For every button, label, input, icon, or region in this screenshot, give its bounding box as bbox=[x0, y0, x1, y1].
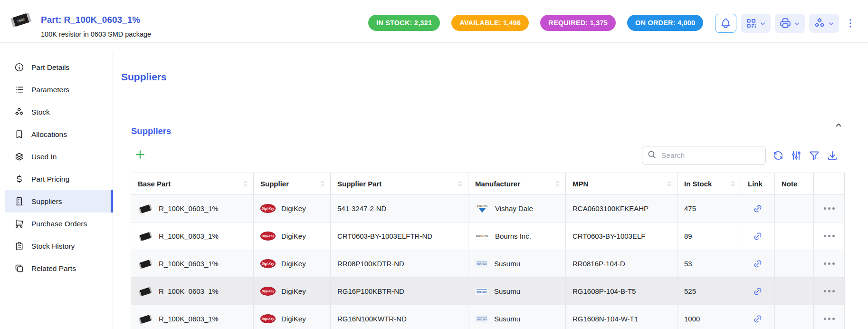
dots-vertical-icon bbox=[844, 17, 857, 29]
chevron-down-icon bbox=[759, 20, 766, 27]
required-badge: REQUIRED: 1,375 bbox=[540, 15, 616, 31]
shopping-cart-icon bbox=[14, 219, 24, 229]
row-actions-button[interactable] bbox=[824, 207, 835, 210]
supplier-part-row[interactable]: R_100K_0603_1%Digi-KeyDigiKeyRG16N100KWT… bbox=[131, 305, 845, 329]
sort-selector-icon[interactable] bbox=[729, 180, 737, 188]
sidebar-item-related-parts[interactable]: Related Parts bbox=[5, 257, 113, 280]
sidebar-item-label: Part Pricing bbox=[31, 175, 69, 184]
column-label: Manufacturer bbox=[475, 180, 520, 188]
manufacturer-name: Susumu bbox=[494, 287, 520, 295]
external-link-icon[interactable] bbox=[753, 259, 763, 269]
column-label: Note bbox=[782, 180, 797, 188]
suppliers-panel-title: Suppliers bbox=[131, 126, 171, 136]
manufacturer-name: Susumu bbox=[494, 315, 520, 323]
external-link-icon[interactable] bbox=[753, 232, 763, 241]
digikey-logo: Digi-Key bbox=[260, 287, 276, 296]
bourns-logo: BOURNS bbox=[475, 232, 489, 240]
sort-selector-icon[interactable] bbox=[456, 180, 464, 188]
sidebar-item-label: Allocations bbox=[31, 130, 67, 139]
sidebar-item-stock[interactable]: Stock bbox=[5, 101, 113, 123]
sidebar-item-used-in[interactable]: Used In bbox=[5, 145, 113, 168]
external-link-icon[interactable] bbox=[753, 314, 763, 324]
stock-cubes-icon bbox=[813, 17, 826, 29]
sort-selector-icon[interactable] bbox=[553, 180, 562, 188]
mpn-value: RG1608N-104-W-T1 bbox=[572, 315, 638, 323]
column-header-base-part[interactable]: Base Part bbox=[131, 173, 254, 195]
part-thumbnail bbox=[138, 229, 153, 243]
sidebar-item-label: Part Details bbox=[31, 63, 69, 72]
search-input[interactable] bbox=[660, 151, 751, 160]
print-actions-button[interactable] bbox=[775, 14, 805, 33]
stock-actions-button[interactable] bbox=[809, 14, 839, 33]
sidebar-item-stock-history[interactable]: Stock History bbox=[5, 235, 113, 257]
row-actions-button[interactable] bbox=[824, 262, 835, 265]
more-options-button[interactable] bbox=[843, 14, 858, 33]
barcode-actions-button[interactable] bbox=[741, 14, 771, 33]
in-stock-value: 53 bbox=[684, 260, 692, 268]
column-label: Base Part bbox=[138, 180, 171, 188]
info-circle-icon bbox=[14, 62, 24, 72]
sort-selector-icon[interactable] bbox=[665, 180, 673, 188]
column-header-supplier[interactable]: Supplier bbox=[254, 173, 331, 195]
part-thumbnail bbox=[138, 312, 153, 326]
column-header-supplier-part[interactable]: Supplier Part bbox=[331, 173, 468, 195]
sort-selector-icon bbox=[553, 180, 562, 188]
column-header-in-stock[interactable]: In Stock bbox=[677, 173, 741, 195]
column-header-link: Link bbox=[741, 173, 775, 195]
notifications-button[interactable] bbox=[715, 14, 736, 33]
mpn-value: CRT0603-BY-1003ELF bbox=[572, 232, 645, 240]
column-header-manufacturer[interactable]: Manufacturer bbox=[468, 173, 566, 195]
sidebar-item-parameters[interactable]: Parameters bbox=[5, 78, 113, 101]
collapse-panel-button[interactable] bbox=[834, 121, 843, 131]
supplier-part-row[interactable]: R_100K_0603_1%Digi-KeyDigiKeyRG16P100KBT… bbox=[131, 278, 845, 305]
on-order-badge: ON ORDER: 4,000 bbox=[627, 15, 703, 31]
refresh-button[interactable] bbox=[773, 150, 784, 161]
table-search bbox=[642, 146, 766, 165]
sidebar-item-label: Stock History bbox=[31, 242, 75, 251]
sort-selector-icon[interactable] bbox=[318, 180, 326, 188]
stock-badges: IN STOCK: 2,321AVAILABLE: 1,496REQUIRED:… bbox=[368, 15, 703, 31]
sort-selector-icon[interactable] bbox=[241, 180, 249, 188]
sidebar-item-suppliers[interactable]: Suppliers bbox=[5, 190, 113, 213]
supplier-part-number: RG16P100KBTR-ND bbox=[337, 287, 404, 295]
download-button[interactable] bbox=[827, 150, 838, 161]
supplier-part-row[interactable]: R_100K_0603_1%Digi-KeyDigiKeyRR08P100KDT… bbox=[131, 250, 845, 278]
column-settings-button[interactable] bbox=[791, 150, 802, 161]
supplier-part-number: RG16N100KWTR-ND bbox=[337, 315, 407, 323]
external-link-icon[interactable] bbox=[753, 204, 763, 213]
filter-button[interactable] bbox=[809, 150, 820, 161]
external-link-icon[interactable] bbox=[753, 287, 763, 296]
mpn-value: RG1608P-104-B-T5 bbox=[572, 287, 636, 295]
sidebar-item-part-pricing[interactable]: Part Pricing bbox=[5, 168, 113, 190]
susumu-logo: SUSUMU bbox=[475, 288, 488, 295]
supplier-name: DigiKey bbox=[281, 287, 306, 295]
sidebar-item-allocations[interactable]: Allocations bbox=[5, 123, 113, 145]
mpn-value: RCA0603100KFKEAHP bbox=[572, 204, 649, 213]
column-header-mpn[interactable]: MPN bbox=[566, 173, 677, 195]
row-actions-button[interactable] bbox=[824, 235, 835, 237]
sort-selector-icon bbox=[729, 180, 737, 188]
supplier-part-row[interactable]: R_100K_0603_1%Digi-KeyDigiKeyCRT0603-BY-… bbox=[131, 223, 845, 250]
manufacturer-name: Susumu bbox=[494, 260, 520, 268]
part-thumbnail bbox=[138, 202, 153, 216]
link-icon bbox=[753, 232, 763, 241]
supplier-name: DigiKey bbox=[281, 315, 306, 323]
download-icon bbox=[827, 150, 838, 161]
supplier-part-row[interactable]: R_100K_0603_1%Digi-KeyDigiKey541-3247-2-… bbox=[131, 195, 845, 223]
row-actions-button[interactable] bbox=[824, 318, 835, 320]
part-thumbnail[interactable]: 0603 bbox=[10, 10, 32, 30]
sidebar-item-purchase-orders[interactable]: Purchase Orders bbox=[5, 213, 113, 235]
sidebar-item-label: Related Parts bbox=[31, 264, 76, 273]
row-actions-button[interactable] bbox=[824, 290, 835, 292]
column-label: Supplier bbox=[260, 180, 289, 188]
page-heading: Suppliers bbox=[121, 71, 167, 83]
link-icon bbox=[753, 314, 763, 324]
sort-selector-icon bbox=[665, 180, 673, 188]
part-identity: 0603 Part: R_100K_0603_1% 100K resistor … bbox=[10, 10, 151, 38]
add-supplier-button[interactable] bbox=[134, 148, 146, 162]
sidebar-item-label: Used In bbox=[31, 153, 57, 161]
part-thumbnail bbox=[138, 284, 153, 299]
sidebar-item-part-details[interactable]: Part Details bbox=[5, 56, 113, 78]
list-icon bbox=[14, 85, 24, 95]
supplier-name: DigiKey bbox=[281, 260, 306, 268]
